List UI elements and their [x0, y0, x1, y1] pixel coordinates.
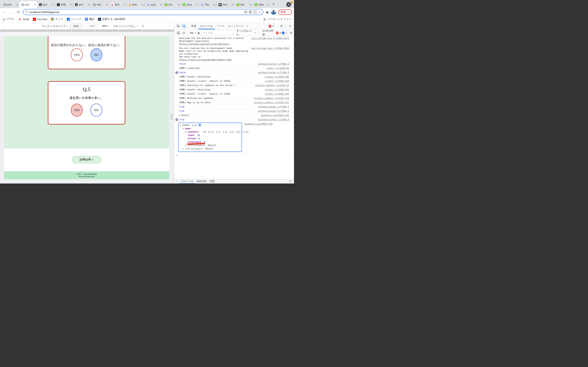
console-filter-input[interactable]: フィルタ — [201, 31, 233, 35]
source-location-link[interactable]: client.js?1b93:241 — [265, 75, 289, 78]
tab-close-icon[interactable]: ✕ — [70, 4, 72, 6]
expand-arrow-icon[interactable]: ▼ — [182, 127, 185, 131]
source-location-link[interactable]: authenticated.js?f30d:3 — [258, 63, 289, 66]
viewport-height-input[interactable]: 1404 — [86, 24, 97, 28]
bookmark-item[interactable]: マップ — [51, 17, 63, 21]
browser-tab[interactable]: Q[Vu✕ — [163, 1, 181, 8]
expand-arrow-icon[interactable]: ▶ — [179, 114, 180, 117]
expand-arrow-icon[interactable]: ▼ — [180, 124, 182, 127]
translate-icon[interactable]: 文 — [253, 11, 256, 14]
browser-tab[interactable]: port✕ — [2, 1, 19, 8]
yes-button[interactable]: YES — [71, 48, 83, 61]
throttling-dropdown[interactable]: スロットリングなし ▼ — [113, 25, 138, 28]
bookmark-item[interactable]: YouTube — [33, 18, 47, 21]
devtools-settings-icon[interactable]: ⚙ — [280, 25, 283, 28]
drawer-tab-問題[interactable]: 問題 — [208, 179, 216, 184]
bookmark-item[interactable]: アプリ — [2, 17, 15, 21]
browser-tab-active[interactable]: port✕ — [19, 1, 37, 8]
new-tab-button[interactable]: + — [273, 2, 275, 7]
devtools-close-icon[interactable]: ✕ — [289, 25, 291, 28]
tab-close-icon[interactable]: ✕ — [178, 4, 180, 6]
console-link[interactable]: https://github.com/vuejs/vue-devtools — [179, 43, 229, 45]
tab-close-icon[interactable]: ✕ — [106, 4, 108, 6]
source-location-link[interactable]: authenticated.js?f30d:3 — [258, 110, 289, 113]
extensions-puzzle-icon[interactable] — [265, 10, 269, 14]
tab-close-icon[interactable]: ✕ — [16, 4, 18, 6]
source-location-link[interactable]: vue.runtime.esm.js?2b0e:8484 — [251, 47, 289, 50]
bookmark-item[interactable]: MGmail — [18, 18, 29, 21]
tab-close-icon[interactable]: ✕ — [88, 4, 90, 6]
chrome-update-button[interactable]: 更新 ⋮ — [278, 9, 292, 15]
source-location-link[interactable]: process-update.js?e135:123 — [254, 97, 289, 100]
browser-tab[interactable]: Fetc✕ — [217, 1, 234, 8]
forward-button[interactable]: → — [9, 10, 14, 14]
devices-icon[interactable] — [244, 11, 247, 13]
source-location-link[interactable]: process-update.js?e135:51 — [255, 84, 289, 87]
source-location-link[interactable]: vue.runtime.esm.js?2b0e:8473 — [251, 37, 289, 40]
source-location-link[interactable]: diagnose.vue?4097:431 — [244, 123, 273, 125]
devtools-tab-コンソール[interactable]: コンソール — [198, 23, 215, 29]
issues-button[interactable]: 11 件の問題: ✕ 9 ≡ 2 — [261, 31, 288, 35]
drawer-menu-icon[interactable]: ⋮ — [176, 180, 178, 183]
tab-close-icon[interactable]: ✕ — [232, 4, 233, 6]
browser-tab[interactable]: R楽天✕ — [109, 1, 127, 8]
source-location-link[interactable]: authenticated.js?f30d:3 — [258, 118, 289, 121]
tab-close-icon[interactable]: ✕ — [52, 4, 54, 6]
source-location-link[interactable]: diagnose.vue?4097:431 — [261, 114, 289, 117]
no-button[interactable]: NO — [90, 104, 102, 117]
address-bar[interactable]: ⓘ localhost:3000/diagnose 文 ☆ — [23, 9, 263, 15]
bookmark-item[interactable]: L提案する | 歯科医院... — [98, 17, 127, 21]
browser-tab[interactable]: New✕ — [127, 1, 145, 8]
rotate-viewport-icon[interactable]: ⟳ — [142, 25, 144, 28]
tab-search-button[interactable]: ▼ — [286, 2, 291, 7]
console-link[interactable]: https://vuejs.org/guide/deployment.html — [179, 58, 232, 61]
bookmark-item[interactable]: 文翻訳 — [85, 17, 94, 21]
expand-arrow-icon[interactable]: ▶ — [182, 147, 185, 151]
browser-tab[interactable]: QQiita✕ — [253, 1, 270, 8]
info-icon[interactable]: i — [199, 124, 201, 126]
no-button-selected[interactable]: NO — [90, 48, 102, 61]
browser-tab[interactable]: port✕ — [37, 1, 55, 8]
tab-close-icon[interactable]: ✕ — [250, 4, 251, 6]
browser-tab[interactable]: Gasyn✕ — [145, 1, 163, 8]
devtools-tab-ネットワーク[interactable]: ネットワーク — [226, 23, 245, 29]
diagnosis-result-button[interactable]: 診断結果へ — [72, 156, 101, 163]
devtools-menu-icon[interactable]: ⋮ — [285, 25, 287, 28]
source-location-link[interactable]: process-update.js?e135:132 — [254, 101, 289, 104]
back-button[interactable]: ← — [2, 10, 7, 14]
device-type-dropdown[interactable]: サイズ: レスポンシブ ▼ — [42, 25, 68, 28]
tab-close-icon[interactable]: ✕ — [34, 4, 36, 6]
devtools-tab-要素[interactable]: 要素 — [189, 23, 198, 29]
console-error-count-button[interactable]: ✕ 9 — [267, 24, 275, 28]
browser-tab[interactable]: QJava✕ — [181, 1, 199, 8]
frame-context-dropdown[interactable]: top ▼ — [190, 31, 196, 34]
browser-tab[interactable]: GThis✕ — [199, 1, 217, 8]
devtools-split-drag-handle[interactable] — [171, 114, 172, 120]
reload-button[interactable]: ⟳ — [16, 10, 21, 14]
source-location-link[interactable]: client.js?1b93:241 — [265, 88, 289, 91]
extension-grid-icon[interactable] — [249, 11, 252, 13]
browser-tab[interactable]: //管理✕ — [55, 1, 73, 8]
tab-close-icon[interactable]: ✕ — [268, 4, 269, 6]
live-expression-eye-icon[interactable]: ◉ — [198, 31, 200, 34]
bookmark-star-icon[interactable]: ☆ — [258, 10, 261, 14]
yes-button-selected[interactable]: YES — [71, 104, 83, 117]
page-info-icon[interactable]: ⓘ — [25, 10, 28, 14]
console-prompt[interactable]: > — [174, 153, 294, 157]
tab-close-icon[interactable]: ✕ — [196, 4, 198, 6]
source-location-link[interactable]: authenticated.js?f30d:3 — [258, 71, 289, 74]
source-location-link[interactable]: client.js?1b93:250 — [265, 92, 289, 95]
url-text[interactable]: localhost:3000/diagnose — [30, 11, 242, 14]
browser-tab[interactable]: prot✕ — [73, 1, 91, 8]
viewport-width-input[interactable]: 1618 — [70, 24, 81, 28]
browser-tab[interactable]: Q[Nu✕ — [235, 1, 252, 8]
expand-arrow-icon[interactable]: ▶ — [185, 130, 188, 134]
source-location-link[interactable]: client.js?1b93:95 — [266, 67, 289, 70]
log-level-dropdown[interactable]: すべてのレベル ▼ — [236, 29, 256, 36]
devtools-tab-ソース[interactable]: ソース — [215, 23, 226, 29]
toggle-device-toolbar-icon[interactable] — [181, 24, 187, 29]
device-toolbar-menu-icon[interactable]: ⋮ — [168, 25, 171, 28]
reading-list-button[interactable]: ▤ リーディング リスト — [260, 17, 292, 21]
browser-menu-icon[interactable]: ⋮ — [287, 11, 290, 13]
console-settings-icon[interactable]: ⚙ — [290, 31, 292, 34]
